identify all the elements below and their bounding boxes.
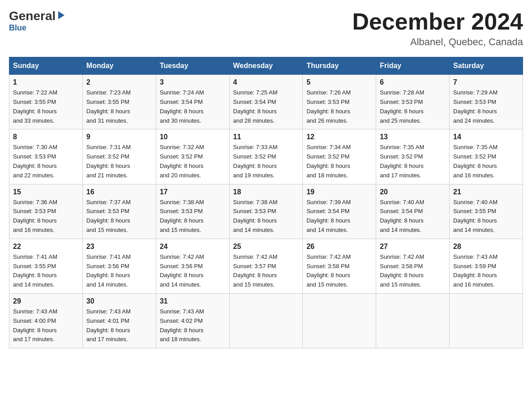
- day-info: Sunrise: 7:29 AM Sunset: 3:53 PM Dayligh…: [453, 88, 519, 125]
- day-info: Sunrise: 7:31 AM Sunset: 3:52 PM Dayligh…: [86, 143, 152, 180]
- calendar-cell: 4 Sunrise: 7:25 AM Sunset: 3:54 PM Dayli…: [229, 75, 303, 129]
- day-number: 1: [13, 78, 79, 86]
- day-info: Sunrise: 7:38 AM Sunset: 3:53 PM Dayligh…: [233, 198, 299, 235]
- day-info: Sunrise: 7:25 AM Sunset: 3:54 PM Dayligh…: [233, 88, 299, 125]
- day-info: Sunrise: 7:33 AM Sunset: 3:52 PM Dayligh…: [233, 143, 299, 180]
- day-number: 22: [13, 243, 79, 251]
- day-header-saturday: Saturday: [450, 57, 523, 75]
- calendar-cell: 31 Sunrise: 7:43 AM Sunset: 4:02 PM Dayl…: [156, 293, 229, 348]
- day-header-friday: Friday: [376, 57, 450, 75]
- calendar-cell: 12 Sunrise: 7:34 AM Sunset: 3:52 PM Dayl…: [303, 129, 376, 184]
- day-number: 14: [453, 133, 519, 141]
- day-number: 31: [160, 297, 226, 305]
- calendar-cell: 26 Sunrise: 7:42 AM Sunset: 3:58 PM Dayl…: [303, 239, 376, 293]
- logo-general: General: [9, 9, 56, 23]
- calendar-cell: 18 Sunrise: 7:38 AM Sunset: 3:53 PM Dayl…: [229, 184, 303, 239]
- day-number: 12: [306, 133, 372, 141]
- logo-blue-subtitle: Blue: [9, 23, 26, 33]
- calendar-body: 1 Sunrise: 7:22 AM Sunset: 3:55 PM Dayli…: [9, 75, 523, 348]
- calendar-cell: 11 Sunrise: 7:33 AM Sunset: 3:52 PM Dayl…: [229, 129, 303, 184]
- day-number: 4: [233, 78, 299, 86]
- day-number: 8: [13, 133, 79, 141]
- day-number: 26: [306, 243, 372, 251]
- calendar-cell: 19 Sunrise: 7:39 AM Sunset: 3:54 PM Dayl…: [303, 184, 376, 239]
- day-info: Sunrise: 7:40 AM Sunset: 3:55 PM Dayligh…: [453, 198, 519, 235]
- calendar-cell: 5 Sunrise: 7:26 AM Sunset: 3:53 PM Dayli…: [303, 75, 376, 129]
- month-title: December 2024: [352, 9, 523, 34]
- calendar-cell: 14 Sunrise: 7:35 AM Sunset: 3:52 PM Dayl…: [450, 129, 523, 184]
- header-row: SundayMondayTuesdayWednesdayThursdayFrid…: [9, 57, 523, 75]
- calendar-cell: 22 Sunrise: 7:41 AM Sunset: 3:55 PM Dayl…: [9, 239, 83, 293]
- day-number: 16: [86, 188, 152, 196]
- day-header-thursday: Thursday: [303, 57, 376, 75]
- day-info: Sunrise: 7:28 AM Sunset: 3:53 PM Dayligh…: [380, 88, 446, 125]
- day-info: Sunrise: 7:43 AM Sunset: 4:00 PM Dayligh…: [13, 307, 79, 344]
- day-info: Sunrise: 7:40 AM Sunset: 3:54 PM Dayligh…: [380, 198, 446, 235]
- calendar-cell: 21 Sunrise: 7:40 AM Sunset: 3:55 PM Dayl…: [450, 184, 523, 239]
- day-info: Sunrise: 7:41 AM Sunset: 3:56 PM Dayligh…: [86, 253, 152, 290]
- day-number: 28: [453, 243, 519, 251]
- calendar-table: SundayMondayTuesdayWednesdayThursdayFrid…: [9, 57, 523, 348]
- day-number: 9: [86, 133, 152, 141]
- day-info: Sunrise: 7:32 AM Sunset: 3:52 PM Dayligh…: [160, 143, 226, 180]
- day-info: Sunrise: 7:34 AM Sunset: 3:52 PM Dayligh…: [306, 143, 372, 180]
- day-info: Sunrise: 7:35 AM Sunset: 3:52 PM Dayligh…: [453, 143, 519, 180]
- day-number: 29: [13, 297, 79, 305]
- calendar-cell: 7 Sunrise: 7:29 AM Sunset: 3:53 PM Dayli…: [450, 75, 523, 129]
- day-info: Sunrise: 7:43 AM Sunset: 4:02 PM Dayligh…: [160, 307, 226, 344]
- logo-arrow-icon: [56, 10, 66, 20]
- day-number: 30: [86, 297, 152, 305]
- day-header-tuesday: Tuesday: [156, 57, 229, 75]
- calendar-cell: 6 Sunrise: 7:28 AM Sunset: 3:53 PM Dayli…: [376, 75, 450, 129]
- day-number: 19: [306, 188, 372, 196]
- day-number: 24: [160, 243, 226, 251]
- day-info: Sunrise: 7:42 AM Sunset: 3:58 PM Dayligh…: [380, 253, 446, 290]
- location-title: Albanel, Quebec, Canada: [352, 36, 523, 48]
- calendar-cell: 2 Sunrise: 7:23 AM Sunset: 3:55 PM Dayli…: [82, 75, 156, 129]
- calendar-cell: 15 Sunrise: 7:36 AM Sunset: 3:53 PM Dayl…: [9, 184, 83, 239]
- week-row-3: 15 Sunrise: 7:36 AM Sunset: 3:53 PM Dayl…: [9, 184, 523, 239]
- logo-text: General: [9, 9, 67, 23]
- day-number: 23: [86, 243, 152, 251]
- day-number: 15: [13, 188, 79, 196]
- svg-marker-0: [58, 11, 64, 19]
- day-number: 27: [380, 243, 446, 251]
- page-header: General Blue December 2024 Albanel, Queb…: [9, 9, 523, 48]
- calendar-cell: 13 Sunrise: 7:35 AM Sunset: 3:52 PM Dayl…: [376, 129, 450, 184]
- calendar-cell: 25 Sunrise: 7:42 AM Sunset: 3:57 PM Dayl…: [229, 239, 303, 293]
- day-info: Sunrise: 7:43 AM Sunset: 3:59 PM Dayligh…: [453, 253, 519, 290]
- calendar-cell: 27 Sunrise: 7:42 AM Sunset: 3:58 PM Dayl…: [376, 239, 450, 293]
- day-number: 3: [160, 78, 226, 86]
- calendar-cell: 8 Sunrise: 7:30 AM Sunset: 3:53 PM Dayli…: [9, 129, 83, 184]
- calendar-cell: 9 Sunrise: 7:31 AM Sunset: 3:52 PM Dayli…: [82, 129, 156, 184]
- day-number: 20: [380, 188, 446, 196]
- calendar-cell: [450, 293, 523, 348]
- day-number: 5: [306, 78, 372, 86]
- calendar-cell: 23 Sunrise: 7:41 AM Sunset: 3:56 PM Dayl…: [82, 239, 156, 293]
- day-number: 13: [380, 133, 446, 141]
- day-number: 18: [233, 188, 299, 196]
- calendar-cell: 30 Sunrise: 7:43 AM Sunset: 4:01 PM Dayl…: [82, 293, 156, 348]
- calendar-cell: 24 Sunrise: 7:42 AM Sunset: 3:56 PM Dayl…: [156, 239, 229, 293]
- day-number: 17: [160, 188, 226, 196]
- day-info: Sunrise: 7:42 AM Sunset: 3:56 PM Dayligh…: [160, 253, 226, 290]
- day-info: Sunrise: 7:23 AM Sunset: 3:55 PM Dayligh…: [86, 88, 152, 125]
- week-row-2: 8 Sunrise: 7:30 AM Sunset: 3:53 PM Dayli…: [9, 129, 523, 184]
- day-info: Sunrise: 7:22 AM Sunset: 3:55 PM Dayligh…: [13, 88, 79, 125]
- day-info: Sunrise: 7:42 AM Sunset: 3:57 PM Dayligh…: [233, 253, 299, 290]
- day-header-monday: Monday: [82, 57, 156, 75]
- day-header-wednesday: Wednesday: [229, 57, 303, 75]
- day-info: Sunrise: 7:35 AM Sunset: 3:52 PM Dayligh…: [380, 143, 446, 180]
- day-number: 21: [453, 188, 519, 196]
- calendar-cell: 10 Sunrise: 7:32 AM Sunset: 3:52 PM Dayl…: [156, 129, 229, 184]
- day-info: Sunrise: 7:43 AM Sunset: 4:01 PM Dayligh…: [86, 307, 152, 344]
- logo: General Blue: [9, 9, 67, 33]
- day-number: 2: [86, 78, 152, 86]
- calendar-cell: 20 Sunrise: 7:40 AM Sunset: 3:54 PM Dayl…: [376, 184, 450, 239]
- calendar-cell: [303, 293, 376, 348]
- week-row-4: 22 Sunrise: 7:41 AM Sunset: 3:55 PM Dayl…: [9, 239, 523, 293]
- week-row-5: 29 Sunrise: 7:43 AM Sunset: 4:00 PM Dayl…: [9, 293, 523, 348]
- day-info: Sunrise: 7:36 AM Sunset: 3:53 PM Dayligh…: [13, 198, 79, 235]
- calendar-cell: 3 Sunrise: 7:24 AM Sunset: 3:54 PM Dayli…: [156, 75, 229, 129]
- calendar-cell: 28 Sunrise: 7:43 AM Sunset: 3:59 PM Dayl…: [450, 239, 523, 293]
